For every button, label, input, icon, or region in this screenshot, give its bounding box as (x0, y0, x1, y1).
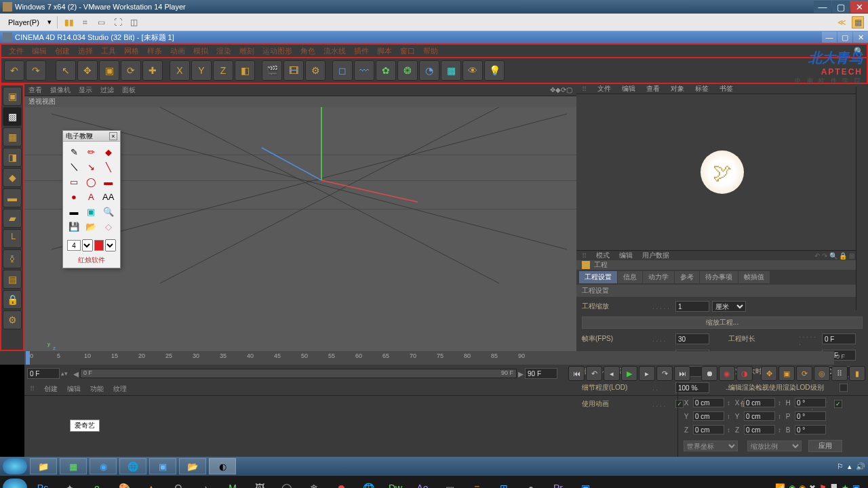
search-icon[interactable]: 🔍 (854, 47, 864, 56)
menu-window[interactable]: 窗口 (397, 45, 418, 57)
host-task-snow[interactable]: ❄ (302, 479, 326, 488)
edge-mode-button[interactable]: ▬ (3, 188, 22, 207)
vmware-snapshot-button[interactable]: ▭ (96, 16, 108, 28)
host-task-rec[interactable]: ⏺ (330, 479, 353, 488)
save-tool-icon[interactable]: 💾 (67, 220, 81, 232)
anno-color-swatch[interactable] (94, 240, 104, 251)
font-tool-icon[interactable]: AA (102, 190, 115, 203)
guest-task-1[interactable]: 📁 (30, 458, 57, 474)
c4d-minimize-button[interactable]: — (822, 32, 837, 43)
vmware-send-keys-button[interactable]: ⌗ (79, 16, 92, 28)
key-pos-button[interactable]: ✥ (761, 366, 777, 381)
host-task-sq[interactable]: ▣ (574, 479, 597, 488)
arrow-tool-icon[interactable]: ↘ (84, 161, 98, 173)
lock-button[interactable]: 🔒 (3, 290, 22, 309)
menu-plugins[interactable]: 插件 (351, 45, 372, 57)
c4d-maximize-button[interactable]: ▢ (837, 32, 852, 43)
magnet-button[interactable]: ⧲ (3, 249, 22, 268)
play-button[interactable]: ▶ (621, 366, 637, 381)
size-x[interactable] (744, 398, 775, 407)
coord-system-toggle[interactable]: ◧ (235, 60, 255, 81)
guest-tray-volume-icon[interactable]: 🔊 (856, 462, 865, 471)
scale-input[interactable] (675, 301, 709, 312)
host-task-vlc[interactable]: ▲ (140, 479, 163, 488)
guest-task-chrome[interactable]: 🌐 (119, 458, 146, 474)
texture-mode-button[interactable]: ▦ (3, 127, 22, 146)
tab-project-settings[interactable]: 工程设置 (579, 271, 617, 283)
viewport-panel-menu[interactable]: 面板 (122, 85, 136, 95)
host-task-ie[interactable]: e (85, 479, 108, 488)
vmware-settings-icon[interactable]: ▦ (852, 16, 864, 28)
polygon-mode-button[interactable]: ▰ (3, 209, 22, 228)
guest-tray-flag-icon[interactable]: ⚐ (837, 462, 844, 471)
bulb-button[interactable]: 💡 (484, 60, 505, 81)
attr-edit[interactable]: 编辑 (619, 251, 633, 260)
coord-scale-select[interactable]: 缩放比例 (747, 441, 802, 451)
host-task-q[interactable]: Q (167, 479, 190, 488)
host-tray-5[interactable]: ⛊ (830, 483, 838, 488)
zoom-tool-icon[interactable]: 🔍 (102, 205, 115, 218)
fps-input[interactable] (675, 333, 709, 344)
vmware-notify-icon[interactable]: ≪ (835, 16, 848, 28)
brush-tool-icon[interactable]: ✏ (84, 146, 98, 158)
scale-project-button[interactable]: 缩放工程... (582, 317, 863, 329)
next-frame-button[interactable]: ▸ (639, 366, 655, 381)
anno-color-dropdown[interactable]: ▾ (105, 239, 116, 251)
menu-edit[interactable]: 编辑 (28, 45, 50, 57)
guest-task-5[interactable]: ▣ (149, 458, 176, 474)
prev-frame-button[interactable]: ◂ (604, 366, 620, 381)
render-picture-button[interactable]: 🎞 (283, 60, 304, 81)
host-task-ae[interactable]: Ae (411, 479, 434, 488)
menu-tools[interactable]: 工具 (98, 45, 119, 57)
screen-tool-icon[interactable]: ▣ (84, 205, 98, 218)
goto-end-button[interactable]: ⏭ (674, 366, 690, 381)
host-task-chrome[interactable]: 🌐 (357, 479, 380, 488)
objmgr-objects[interactable]: 对象 (671, 84, 684, 94)
outer-maximize-button[interactable]: ▢ (832, 1, 850, 13)
host-start-button[interactable] (3, 479, 27, 488)
viewport-display-menu[interactable]: 显示 (79, 85, 92, 95)
unit-select[interactable]: 厘米 (712, 301, 746, 312)
host-task-dot[interactable]: ● (519, 479, 542, 488)
menu-mograph[interactable]: 运动图形 (259, 45, 296, 57)
annotation-panel-header[interactable]: 电子教鞭 × (63, 131, 120, 142)
host-tray-6[interactable]: ★ (842, 483, 849, 488)
tab-interp[interactable]: 帧插值 (738, 271, 770, 283)
render-settings-button[interactable]: ⚙ (305, 60, 326, 81)
redo-button[interactable]: ↷ (26, 60, 46, 81)
host-tray-2[interactable]: ◉ (799, 483, 806, 488)
make-editable-button[interactable]: ▣ (3, 87, 22, 106)
host-tray-3[interactable]: ✖ (809, 483, 816, 488)
menu-mesh[interactable]: 网格 (121, 45, 142, 57)
host-tray-7[interactable]: ▣ (852, 483, 860, 488)
c4d-close-button[interactable]: ✕ (853, 32, 868, 43)
light-button[interactable]: 👁 (462, 60, 483, 81)
autokey-button[interactable]: ◉ (719, 366, 735, 381)
vmware-pause-button[interactable]: ▮▮ (63, 16, 75, 28)
object-mode-button[interactable]: ◨ (3, 148, 22, 167)
host-task-paint[interactable]: 🎨 (113, 479, 136, 488)
open-tool-icon[interactable]: 📂 (84, 220, 98, 232)
host-task-dw[interactable]: Dw (384, 479, 407, 488)
viewport-nav-icon[interactable]: ✥◆⟳▢ (550, 86, 572, 94)
tab-reference[interactable]: 参考 (675, 271, 699, 283)
outer-close-button[interactable]: ✕ (850, 1, 868, 13)
menu-character[interactable]: 角色 (297, 45, 319, 57)
camera-button[interactable]: ▦ (441, 60, 461, 81)
host-tray-4[interactable]: ⚑ (819, 483, 827, 488)
guest-task-c4d[interactable]: ◐ (209, 458, 236, 474)
coord-x[interactable] (693, 398, 724, 407)
prev-key-button[interactable]: ↶ (586, 366, 602, 381)
guest-task-3[interactable]: ◉ (90, 458, 117, 474)
record-button[interactable]: ⏺ (701, 366, 717, 381)
filled-rect-icon[interactable]: ▬ (102, 176, 115, 188)
menu-render[interactable]: 渲染 (213, 45, 235, 57)
goto-start-button[interactable]: ⏮ (568, 366, 585, 381)
axis-x-toggle[interactable]: X (170, 60, 190, 81)
host-task-vmware[interactable]: ▭ (438, 479, 461, 488)
objmgr-bookmarks[interactable]: 书签 (719, 84, 733, 94)
tab-dynamics[interactable]: 动力学 (643, 271, 674, 283)
menu-script[interactable]: 脚本 (374, 45, 395, 57)
mat-create[interactable]: 创建 (44, 384, 58, 394)
workplane-button[interactable]: ▤ (3, 270, 22, 289)
